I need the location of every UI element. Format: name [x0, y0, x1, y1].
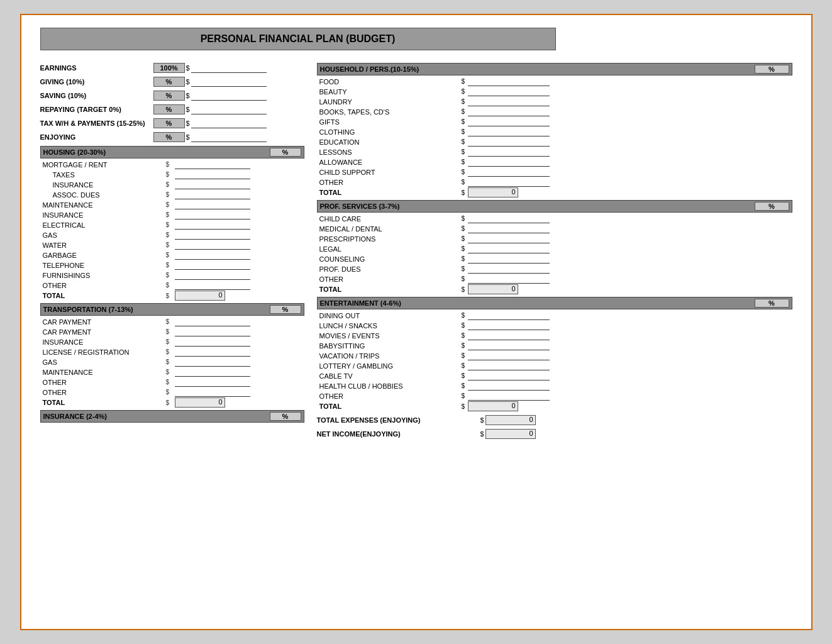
- ent-item-cable: CABLE TV $: [317, 371, 792, 380]
- net-income-label: NET INCOME(ENJOYING): [317, 430, 480, 438]
- housing-label-gas: GAS: [40, 231, 166, 239]
- housing-label-maintenance: MAINTENANCE: [40, 201, 166, 209]
- enjoying-pct[interactable]: %: [153, 132, 185, 142]
- insurance-header-pct[interactable]: %: [270, 412, 301, 421]
- ent-total-value[interactable]: 0: [468, 401, 518, 411]
- household-section-header: HOUSEHOLD / PERS.(10-15%) %: [317, 63, 792, 75]
- repaying-label: REPAYING (TARGET 0%): [40, 106, 153, 113]
- transport-item-1: CAR PAYMENT $: [40, 327, 304, 336]
- page: PERSONAL FINANCIAL PLAN (BUDGET) EARNING…: [20, 14, 813, 630]
- total-expenses-value[interactable]: 0: [485, 415, 536, 425]
- enjoying-input[interactable]: [191, 132, 267, 142]
- prof-item-childcare: CHILD CARE $: [317, 214, 792, 223]
- household-header-pct[interactable]: %: [755, 65, 789, 74]
- entertainment-header-text: ENTERTAINMENT (4-6%): [320, 299, 755, 307]
- household-item-laundry: LAUNDRY $: [317, 97, 792, 106]
- prof-label-medical: MEDICAL / DENTAL: [317, 225, 462, 233]
- housing-label-taxes: TAXES: [40, 171, 166, 179]
- ent-item-lottery: LOTTERY / GAMBLING $: [317, 361, 792, 370]
- page-title: PERSONAL FINANCIAL PLAN (BUDGET): [201, 33, 396, 44]
- prof-item-legal: LEGAL $: [317, 244, 792, 253]
- left-column: EARNINGS 100% $ GIVING (10%) % $ SAVING …: [40, 63, 311, 439]
- tax-pct[interactable]: %: [153, 118, 185, 128]
- ent-label-dining: DINING OUT: [317, 312, 462, 319]
- housing-item-4: MAINTENANCE $: [40, 200, 304, 209]
- household-label-childsupport: CHILD SUPPORT: [317, 169, 462, 176]
- repaying-pct[interactable]: %: [153, 104, 185, 114]
- transportation-header-text: TRANSPORTATION (7-13%): [43, 306, 270, 313]
- transport-item-7: OTHER $: [40, 387, 304, 397]
- housing-label-water: WATER: [40, 242, 166, 249]
- housing-label-other: OTHER: [40, 282, 166, 289]
- prof-header-pct[interactable]: %: [755, 202, 789, 211]
- housing-label-insurance2: INSURANCE: [40, 211, 166, 219]
- insurance-header-text: INSURANCE (2-4%): [43, 413, 270, 420]
- housing-item-1: TAXES $: [40, 170, 304, 179]
- entertainment-header-pct[interactable]: %: [755, 299, 789, 308]
- household-label-education: EDUCATION: [317, 138, 462, 146]
- giving-pct[interactable]: %: [153, 77, 185, 87]
- household-total-row: TOTAL $ 0: [317, 187, 792, 197]
- ent-item-babysitting: BABYSITTING $: [317, 341, 792, 350]
- prof-total-value[interactable]: 0: [468, 284, 518, 294]
- housing-header-pct[interactable]: %: [270, 148, 301, 157]
- entertainment-section-header: ENTERTAINMENT (4-6%) %: [317, 297, 792, 309]
- housing-label-mortgage: MORTGAGE / RENT: [40, 161, 166, 169]
- ent-item-other: OTHER $: [317, 391, 792, 401]
- housing-item-6: ELECTRICAL $: [40, 220, 304, 230]
- ent-label-lunch: LUNCH / SNACKS: [317, 322, 462, 330]
- transport-total-label: TOTAL: [40, 399, 166, 406]
- transportation-header-pct[interactable]: %: [270, 305, 301, 314]
- household-label-gifts: GIFTS: [317, 118, 462, 126]
- ent-label-babysitting: BABYSITTING: [317, 342, 462, 350]
- household-item-childsupport: CHILD SUPPORT $: [317, 167, 792, 177]
- prof-label-legal: LEGAL: [317, 245, 462, 253]
- prof-item-prescriptions: PRESCRIPTIONS $: [317, 234, 792, 243]
- transportation-section-header: TRANSPORTATION (7-13%) %: [40, 303, 304, 316]
- earnings-input[interactable]: [191, 63, 267, 73]
- housing-item-5: INSURANCE $: [40, 210, 304, 219]
- tax-input[interactable]: [191, 118, 267, 128]
- household-item-food: FOOD $: [317, 77, 792, 86]
- prof-label-profdues: PROF. DUES: [317, 265, 462, 273]
- housing-item-12: OTHER $: [40, 280, 304, 290]
- giving-input[interactable]: [191, 77, 267, 87]
- housing-section-header: HOUSING (20-30%) %: [40, 146, 304, 158]
- giving-row: GIVING (10%) % $: [40, 77, 304, 87]
- ent-item-dining: DINING OUT $: [317, 311, 792, 320]
- transport-item-2: INSURANCE $: [40, 337, 304, 347]
- housing-label-furnishings: FURNISHINGS: [40, 272, 166, 279]
- enjoying-dollar: $: [186, 133, 190, 141]
- saving-dollar: $: [186, 92, 190, 99]
- repaying-input[interactable]: [191, 104, 267, 114]
- ent-label-movies: MOVIES / EVENTS: [317, 332, 462, 340]
- household-item-beauty: BEAUTY $: [317, 87, 792, 96]
- transport-item-3: LICENSE / REGISTRATION $: [40, 347, 304, 357]
- earnings-pct[interactable]: 100%: [153, 63, 185, 73]
- prof-total-row: TOTAL $ 0: [317, 284, 792, 294]
- household-total-value[interactable]: 0: [468, 187, 518, 197]
- ent-label-other: OTHER: [317, 392, 462, 400]
- transport-label-car1: CAR PAYMENT: [40, 318, 166, 326]
- saving-input[interactable]: [191, 91, 267, 101]
- tax-row: TAX W/H & PAYMENTS (15-25%) % $: [40, 118, 304, 128]
- total-expenses-label: TOTAL EXPENSES (ENJOYING): [317, 416, 480, 424]
- household-item-books: BOOKS, TAPES, CD'S $: [317, 107, 792, 116]
- household-label-allowance: ALLOWANCE: [317, 158, 462, 166]
- housing-item-10: TELEPHONE $: [40, 260, 304, 270]
- household-label-lessons: LESSONS: [317, 148, 462, 156]
- transport-item-4: GAS $: [40, 357, 304, 367]
- housing-label-insurance: INSURANCE: [40, 181, 166, 189]
- prof-label-childcare: CHILD CARE: [317, 215, 462, 223]
- housing-item-3: ASSOC. DUES $: [40, 190, 304, 199]
- housing-label-electrical: ELECTRICAL: [40, 221, 166, 229]
- saving-pct[interactable]: %: [153, 91, 185, 101]
- housing-item-11: FURNISHINGS $: [40, 270, 304, 280]
- prof-label-counseling: COUNSELING: [317, 255, 462, 263]
- transport-total-value[interactable]: 0: [175, 397, 225, 408]
- prof-header-text: PROF. SERVICES (3-7%): [320, 203, 755, 210]
- net-income-value[interactable]: 0: [485, 429, 536, 439]
- housing-total-value[interactable]: 0: [175, 291, 225, 301]
- household-item-lessons: LESSONS $: [317, 147, 792, 157]
- ent-item-healthclub: HEALTH CLUB / HOBBIES $: [317, 381, 792, 391]
